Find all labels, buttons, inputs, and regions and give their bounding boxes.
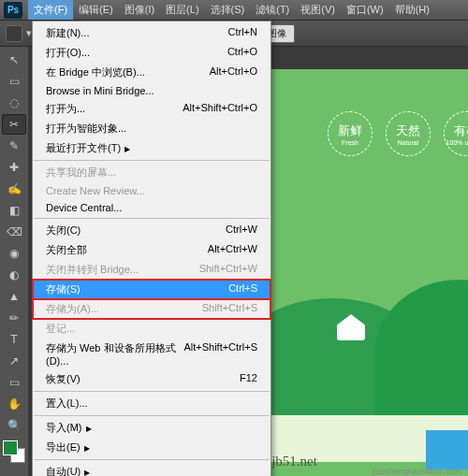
- menu-item-23[interactable]: 导入(M): [33, 418, 271, 438]
- tool-0[interactable]: ↖: [2, 50, 26, 70]
- menu-item-8: 共享我的屏幕...: [33, 163, 271, 182]
- badge-1: 天然Natural: [386, 111, 431, 156]
- app-logo: Ps: [4, 2, 22, 19]
- menu-item-4[interactable]: 打开为...Alt+Shift+Ctrl+O: [33, 99, 271, 119]
- menubar: Ps 文件(F)编辑(E)图像(I)图层(L)选择(S)滤镜(T)视图(V)窗口…: [0, 0, 468, 21]
- menu-separator: [34, 415, 270, 416]
- tool-7[interactable]: ◧: [2, 200, 26, 221]
- menu-2[interactable]: 图像(I): [119, 0, 160, 20]
- document: 新鲜Fresh天然Natural有机100% organic: [271, 69, 468, 476]
- menu-item-14: 关闭并转到 Bridge...Shift+Ctrl+W: [33, 260, 271, 280]
- menu-item-6[interactable]: 最近打开文件(T): [33, 138, 271, 158]
- menu-item-18[interactable]: 存储为 Web 和设备所用格式(D)...Alt+Shift+Ctrl+S: [33, 339, 271, 369]
- menu-item-19[interactable]: 恢复(V)F12: [33, 369, 271, 389]
- menu-item-0[interactable]: 新建(N)...Ctrl+N: [33, 23, 271, 43]
- menu-3[interactable]: 图层(L): [160, 0, 204, 20]
- menu-item-5[interactable]: 打开为智能对象...: [33, 119, 271, 138]
- menu-7[interactable]: 窗口(W): [341, 0, 389, 20]
- tool-17[interactable]: 🔍: [2, 415, 26, 436]
- menu-item-10[interactable]: Device Central...: [33, 199, 271, 216]
- menu-item-21[interactable]: 置入(L)...: [33, 394, 271, 413]
- tool-13[interactable]: T: [2, 329, 26, 350]
- crop-tool-icon[interactable]: [6, 25, 22, 42]
- foreground-color[interactable]: [3, 440, 18, 455]
- menu-4[interactable]: 选择(S): [205, 0, 251, 20]
- menu-item-17: 登记...: [33, 319, 271, 339]
- tool-1[interactable]: ▭: [2, 71, 26, 92]
- menu-item-12[interactable]: 关闭(C)Ctrl+W: [33, 221, 271, 240]
- menu-item-2[interactable]: 在 Bridge 中浏览(B)...Alt+Ctrl+O: [33, 63, 271, 82]
- menu-item-13[interactable]: 关闭全部Alt+Ctrl+W: [33, 240, 271, 260]
- tool-14[interactable]: ↗: [2, 351, 26, 371]
- file-menu-dropdown: 新建(N)...Ctrl+N打开(O)...Ctrl+O在 Bridge 中浏览…: [32, 21, 271, 476]
- menu-1[interactable]: 编辑(E): [73, 0, 119, 20]
- house-icon: [337, 324, 365, 340]
- tool-16[interactable]: ✋: [2, 394, 26, 414]
- menu-0[interactable]: 文件(F): [28, 0, 73, 20]
- menu-8[interactable]: 帮助(H): [389, 0, 435, 20]
- color-swatch[interactable]: [3, 440, 25, 463]
- menu-item-15[interactable]: 存储(S)Ctrl+S: [33, 280, 271, 299]
- menu-item-26[interactable]: 自动(U): [33, 462, 271, 476]
- tool-10[interactable]: ◐: [2, 265, 26, 285]
- menu-6[interactable]: 视图(V): [295, 0, 341, 20]
- menu-separator: [34, 459, 270, 460]
- tools-panel: ↖▭◌✂✎✚✍◧⌫◉◐▲✏T↗▭✋🔍: [0, 47, 28, 469]
- menu-separator: [34, 160, 270, 161]
- badge-0: 新鲜Fresh: [328, 111, 373, 156]
- watermark-sub: jiaochenghazhidian.com: [372, 467, 462, 476]
- tool-8[interactable]: ⌫: [2, 222, 26, 242]
- tool-4[interactable]: ✎: [2, 136, 26, 156]
- tool-6[interactable]: ✍: [2, 179, 26, 199]
- tool-9[interactable]: ◉: [2, 243, 26, 264]
- tool-3[interactable]: ✂: [2, 114, 26, 135]
- menu-separator: [34, 218, 270, 219]
- tool-11[interactable]: ▲: [2, 286, 26, 307]
- badge-2: 有机100% organic: [444, 111, 468, 156]
- menu-item-3[interactable]: Browse in Mini Bridge...: [33, 82, 271, 99]
- menu-item-16: 存储为(A)...Shift+Ctrl+S: [33, 299, 271, 319]
- tool-12[interactable]: ✏: [2, 308, 26, 328]
- menu-separator: [34, 391, 270, 392]
- menu-item-1[interactable]: 打开(O)...Ctrl+O: [33, 43, 271, 63]
- menu-5[interactable]: 滤镜(T): [250, 0, 295, 20]
- menu-item-9: Create New Review...: [33, 182, 271, 199]
- tool-2[interactable]: ◌: [2, 93, 26, 113]
- illustration-hills: [271, 261, 468, 429]
- menu-item-24[interactable]: 导出(E): [33, 438, 271, 457]
- tool-15[interactable]: ▭: [2, 372, 26, 393]
- tool-5[interactable]: ✚: [2, 157, 26, 178]
